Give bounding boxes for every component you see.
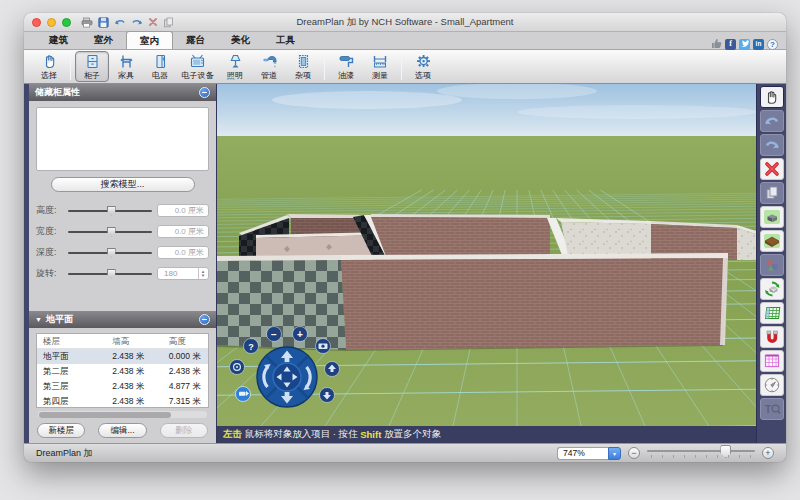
facebook-icon[interactable]: f [725, 39, 736, 50]
table-row-floor3[interactable]: 第三层 2.438 米 4.877 米 [37, 379, 208, 394]
delete-icon[interactable] [148, 17, 158, 27]
collapse-floors-button[interactable] [199, 314, 210, 325]
zoom-slider[interactable] [647, 445, 755, 461]
rotation-slider-thumb[interactable] [107, 269, 116, 279]
height-slider-thumb[interactable] [107, 206, 116, 216]
width-slider-thumb[interactable] [107, 227, 116, 237]
rotation-field[interactable]: 180▲▼ [157, 267, 209, 280]
lamp-icon [228, 53, 243, 69]
print-icon[interactable] [81, 17, 93, 28]
floors-table: 楼层 墙高 高度 地平面 2.438 米 0.000 米 第二层 2.438 米… [36, 333, 209, 408]
edit-floor-button[interactable]: 编辑... [98, 423, 146, 438]
zoom-button[interactable] [62, 18, 71, 27]
compass-button[interactable] [760, 374, 784, 396]
zoom-value[interactable]: 747% [557, 447, 608, 460]
rotation-stepper[interactable]: ▲▼ [198, 268, 207, 279]
collapse-properties-button[interactable] [199, 87, 210, 98]
collapse-arrow-icon[interactable]: ▼ [35, 316, 42, 323]
tool-lighting[interactable]: 照明 [218, 51, 252, 82]
nav-ring[interactable] [257, 347, 317, 407]
depth-slider-thumb[interactable] [107, 248, 116, 258]
linkedin-icon[interactable]: in [753, 39, 764, 50]
help-icon[interactable]: ? [767, 39, 778, 50]
undo-icon[interactable] [114, 17, 126, 28]
close-button[interactable] [32, 18, 41, 27]
search-model-button[interactable]: 搜索模型... [51, 177, 195, 192]
minimize-button[interactable] [47, 18, 56, 27]
rotation-slider[interactable] [68, 269, 152, 279]
table-row-ground[interactable]: 地平面 2.438 米 0.000 米 [37, 349, 208, 364]
rotate-object-button[interactable] [760, 278, 784, 300]
tab-indoor[interactable]: 室内 [126, 31, 173, 49]
tool-measure[interactable]: 测量 [363, 51, 397, 82]
new-floor-button[interactable]: 新楼层 [37, 423, 85, 438]
width-label: 宽度: [36, 225, 63, 238]
svg-text:?: ? [248, 342, 254, 352]
wall-mode-button[interactable] [760, 206, 784, 228]
tool-appliances[interactable]: 电器 [143, 51, 177, 82]
nav-zoom-in-button[interactable]: + [293, 327, 308, 342]
tool-cabinets[interactable]: 柜子 [75, 51, 109, 82]
tool-select[interactable]: 选择 [32, 51, 66, 82]
nav-help-button[interactable]: ? [244, 339, 259, 354]
zoom-dropdown-button[interactable]: ▾ [608, 447, 621, 460]
table-row-floor2[interactable]: 第二层 2.438 米 2.438 米 [37, 364, 208, 379]
frame-icon [296, 53, 311, 69]
nav-move-up-button[interactable] [325, 362, 340, 377]
nav-zoom-out-button[interactable]: − [267, 327, 282, 342]
floor-mode-button[interactable] [760, 230, 784, 252]
tab-building[interactable]: 建筑 [36, 31, 81, 49]
camera-nav-widget[interactable]: ? − + [223, 325, 355, 429]
width-slider[interactable] [68, 227, 152, 237]
snap-magnet-button[interactable] [760, 326, 784, 348]
nav-camera-swap-button[interactable] [236, 387, 251, 402]
tool-electronics[interactable]: 电子设备 [177, 51, 218, 82]
delete-object-button[interactable] [760, 158, 784, 180]
bottom-status-bar: DreamPlan 加 747% ▾ − + [24, 443, 786, 462]
save-icon[interactable] [98, 17, 109, 28]
undo-button [760, 110, 784, 132]
floors-table-header: 楼层 墙高 高度 [37, 334, 208, 349]
front-wall-trim[interactable] [217, 255, 341, 261]
height-slider[interactable] [68, 206, 152, 216]
status-shift-key: Shift [360, 429, 381, 440]
show-grid-button[interactable] [760, 302, 784, 324]
like-icon[interactable] [711, 35, 722, 53]
depth-field[interactable]: 0.0 厘米 [157, 246, 209, 259]
properties-title: 储藏柜属性 [35, 86, 199, 99]
pan-tool-button[interactable] [760, 86, 784, 108]
tab-deck[interactable]: 露台 [173, 31, 218, 49]
twitter-icon[interactable] [739, 39, 750, 50]
cabinet-icon [85, 53, 100, 69]
tool-furniture[interactable]: 家具 [109, 51, 143, 82]
floors-table-hscrollbar[interactable] [38, 411, 207, 418]
tab-outdoor[interactable]: 室外 [81, 31, 126, 49]
3d-viewport[interactable]: ? − + [217, 84, 756, 443]
model-preview [36, 107, 209, 171]
zoom-combobox[interactable]: 747% ▾ [557, 447, 621, 460]
nav-move-down-button[interactable] [320, 388, 335, 403]
zoom-out-button[interactable]: − [628, 447, 640, 459]
category-toolbar: 选择 柜子 家具 电器 电子设备 照明 管道 杂项 [24, 50, 786, 84]
nav-camera-button[interactable] [316, 339, 331, 354]
tool-options[interactable]: 选项 [406, 51, 440, 82]
table-row-floor4[interactable]: 第四层 2.438 米 7.315 米 [37, 394, 208, 408]
tool-paint[interactable]: 油漆 [329, 51, 363, 82]
middle-back-brick-wall[interactable] [371, 217, 550, 260]
tab-tools[interactable]: 工具 [263, 31, 308, 49]
depth-slider[interactable] [68, 248, 152, 258]
redo-icon[interactable] [131, 17, 143, 28]
tab-landscaping[interactable]: 美化 [218, 31, 263, 49]
rotation-label: 旋转: [36, 267, 63, 280]
height-field[interactable]: 0.0 厘米 [157, 204, 209, 217]
copy-icon[interactable] [163, 17, 174, 28]
zoom-slider-thumb[interactable] [720, 445, 731, 458]
tool-misc[interactable]: 杂项 [286, 51, 320, 82]
svg-text:T: T [765, 404, 771, 415]
tool-plumbing[interactable]: 管道 [252, 51, 286, 82]
measure-grid-button[interactable] [760, 350, 784, 372]
front-brick-wall[interactable] [341, 258, 728, 350]
nav-orbit-button[interactable] [230, 360, 245, 375]
width-field[interactable]: 0.0 厘米 [157, 225, 209, 238]
zoom-in-button[interactable]: + [762, 447, 774, 459]
